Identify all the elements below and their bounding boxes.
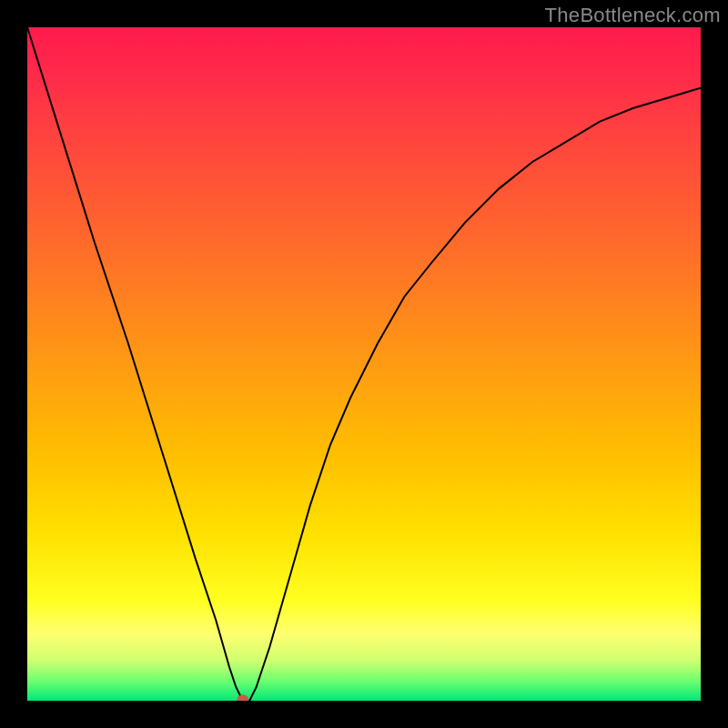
bottleneck-curve: [27, 27, 701, 701]
curve-marker: [237, 694, 248, 701]
curve-svg: [27, 27, 701, 701]
watermark-text: TheBottleneck.com: [545, 4, 721, 27]
plot-area: [27, 27, 701, 701]
chart-frame: TheBottleneck.com: [0, 0, 728, 728]
